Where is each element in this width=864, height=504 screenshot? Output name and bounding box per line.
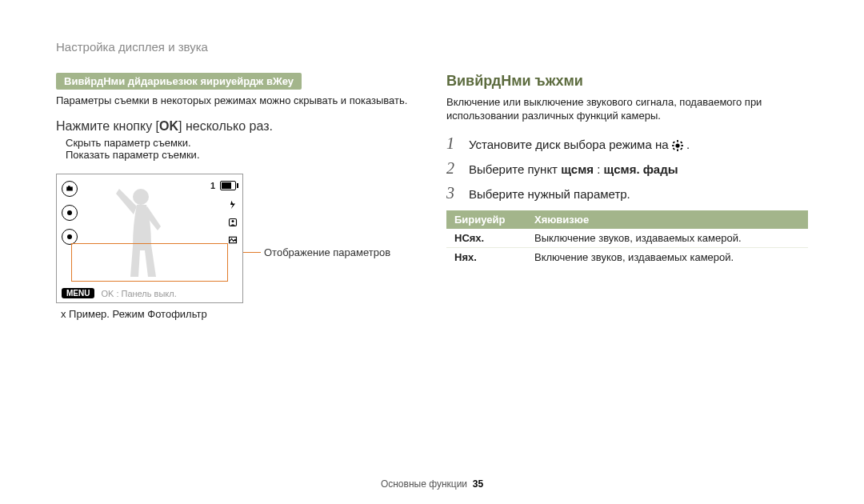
step-number: 2: [446, 159, 459, 178]
option-name: Нях.: [446, 247, 526, 266]
ok-key: OK: [159, 119, 178, 133]
svg-rect-7: [677, 140, 678, 142]
callout-line: [243, 252, 261, 253]
circle-icon: [62, 205, 78, 221]
instruction-sublist: Скрыть параметр съемки. Показать парамет…: [56, 137, 418, 161]
options-table: Бириуейр Хяювизюе НСях. Выключение звуко…: [446, 210, 808, 266]
section-description: Параметры съемки в некоторых режимах мож…: [56, 94, 418, 108]
step-text: Установите диск выбора режима на: [469, 138, 672, 151]
svg-rect-9: [672, 145, 674, 146]
footer-section: Основные функции: [381, 478, 467, 490]
instruction-line: Нажмите кнопку [OK] несколько раз.: [56, 119, 418, 134]
highlight-box: [71, 243, 228, 282]
example-note: x Пример. Режим Фотофильтр: [56, 308, 418, 320]
step-bold: щсмя: [561, 162, 594, 176]
step-1: 1 Установите диск выбора режима на .: [446, 134, 808, 153]
status-number: 1: [210, 181, 215, 190]
portrait-icon: [228, 218, 238, 229]
svg-point-6: [675, 143, 679, 147]
right-column: ВивйрдНми ъжхми Включение или выключение…: [446, 73, 808, 320]
instruction-pre: Нажмите кнопку [: [56, 119, 159, 133]
svg-rect-10: [681, 145, 683, 146]
left-icon-column: [62, 181, 78, 245]
option-desc: Выключение звуков, издаваемых камерой.: [526, 229, 808, 248]
status-bar: 1: [210, 181, 236, 190]
numbered-steps: 1 Установите диск выбора режима на . 2 В…: [446, 134, 808, 202]
sublist-item: Показать параметр съемки.: [66, 149, 418, 161]
step-bold: щсмя. фады: [604, 162, 678, 176]
section-heading: ВивйрдНми ъжхми: [446, 73, 808, 90]
right-icon-column: [228, 200, 238, 246]
table-header: Бириуейр: [446, 210, 526, 229]
table-header: Хяювизюе: [526, 210, 808, 229]
svg-rect-8: [677, 149, 678, 151]
svg-rect-11: [672, 141, 674, 143]
table-row: НСях. Выключение звуков, издаваемых каме…: [446, 229, 808, 248]
step-number: 3: [446, 184, 459, 202]
breadcrumb: Настройка дисплея и звука: [56, 40, 808, 54]
camera-screen-preview: 1: [56, 174, 243, 303]
option-desc: Включение звуков, издаваемых камерой.: [526, 247, 808, 266]
left-column: ВивйрдНми дйдариьезюк яириуейрдж вЖеу Па…: [56, 73, 418, 320]
circle-icon: [62, 229, 78, 245]
svg-rect-12: [680, 141, 682, 143]
step-number: 1: [446, 134, 459, 153]
ok-panel-text: OK : Панель выкл.: [101, 289, 176, 298]
gear-icon: [672, 140, 683, 151]
svg-rect-0: [66, 186, 73, 190]
svg-rect-13: [672, 147, 674, 150]
section-tag: ВивйрдНми дйдариьезюк яириуейрдж вЖеу: [56, 73, 302, 90]
step-text: Выберите пункт: [469, 162, 561, 176]
step-3: 3 Выберите нужный параметр.: [446, 184, 808, 202]
menu-chip: MENU: [62, 288, 94, 298]
landscape-icon: [228, 235, 238, 246]
page-number: 35: [473, 478, 483, 490]
step-text: :: [594, 162, 604, 176]
sublist-item: Скрыть параметр съемки.: [66, 137, 418, 149]
svg-rect-14: [680, 147, 682, 150]
flash-icon: [228, 200, 238, 211]
callout-text: Отображение параметров: [264, 246, 390, 258]
svg-rect-1: [68, 186, 70, 187]
step-2: 2 Выберите пункт щсмя : щсмя. фады: [446, 159, 808, 178]
camera-icon: [62, 181, 78, 197]
svg-point-5: [133, 189, 149, 205]
step-text: Выберите нужный параметр.: [469, 187, 630, 201]
option-name: НСях.: [446, 229, 526, 248]
page-footer: Основные функции 35: [0, 478, 864, 490]
bottom-bar: MENU OK : Панель выкл.: [57, 285, 242, 302]
step-text: .: [686, 138, 690, 151]
table-row: Нях. Включение звуков, издаваемых камеро…: [446, 247, 808, 266]
battery-icon: [220, 181, 236, 190]
svg-point-3: [232, 220, 234, 222]
section-description: Включение или выключение звукового сигна…: [446, 96, 808, 123]
instruction-post: ] несколько раз.: [178, 119, 273, 133]
